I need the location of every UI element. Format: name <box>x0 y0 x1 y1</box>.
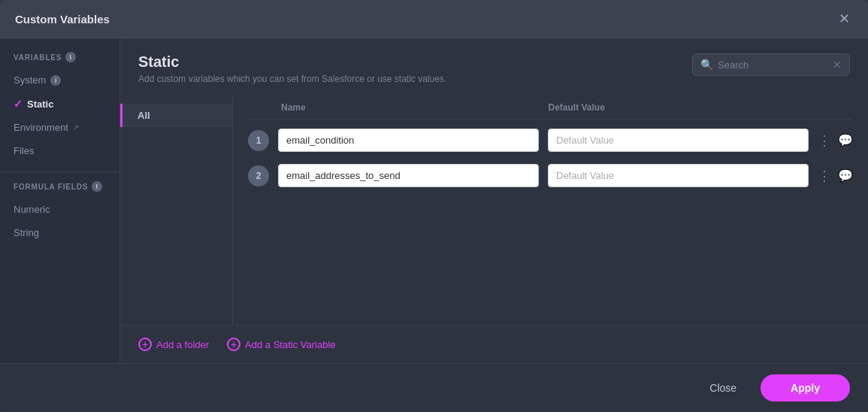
row-1-actions: ⋮ 💬 <box>818 132 853 149</box>
environment-external-link-icon: ↗ <box>73 123 79 132</box>
content-header: Static Add custom variables which you ca… <box>120 38 868 95</box>
add-static-variable-plus-icon: + <box>227 338 240 351</box>
search-clear-icon[interactable]: ✕ <box>833 59 842 71</box>
modal-close-icon[interactable]: ✕ <box>836 11 853 27</box>
environment-label: Environment <box>14 122 68 133</box>
row-1-fields <box>278 129 809 152</box>
add-folder-link[interactable]: + Add a folder <box>138 338 209 351</box>
string-label: String <box>14 227 39 238</box>
variables-info-icon[interactable]: i <box>65 52 76 62</box>
add-links-area: + Add a folder + Add a Static Variable <box>120 325 868 363</box>
modal-header: Custom Variables ✕ <box>0 0 868 38</box>
table-header: Name Default Value <box>248 102 853 120</box>
sidebar-item-numeric[interactable]: Numeric <box>0 198 119 221</box>
files-label: Files <box>14 145 34 156</box>
system-info-icon[interactable]: i <box>50 75 61 86</box>
modal-overlay: Custom Variables ✕ VARIABLES i System i … <box>0 0 868 412</box>
row-1-name-input[interactable] <box>278 129 539 152</box>
variables-area: All Name Default Value 1 <box>120 95 868 325</box>
row-2-fields <box>278 164 809 187</box>
static-checkmark-icon: ✓ <box>14 98 23 110</box>
sidebar-item-files[interactable]: Files <box>0 139 119 162</box>
row-1-comment-icon[interactable]: 💬 <box>838 133 853 147</box>
row-number-1: 1 <box>248 130 269 151</box>
default-value-header: Default Value <box>549 102 807 113</box>
row-2-more-options-icon[interactable]: ⋮ <box>818 168 832 184</box>
apply-button[interactable]: Apply <box>761 374 850 401</box>
sidebar-item-system[interactable]: System i <box>0 68 119 92</box>
row-1-default-value-input[interactable] <box>548 129 809 152</box>
add-static-variable-label: Add a Static Variable <box>245 339 335 350</box>
sidebar-item-environment[interactable]: Environment ↗ <box>0 116 119 139</box>
sidebar-item-string[interactable]: String <box>0 221 119 244</box>
content-subtitle: Add custom variables which you can set f… <box>138 74 446 84</box>
add-folder-plus-icon: + <box>138 338 152 351</box>
row-number-2: 2 <box>248 165 269 186</box>
row-2-comment-icon[interactable]: 💬 <box>838 168 853 183</box>
formula-fields-section-label: FORMULA FIELDS i <box>0 181 119 198</box>
table-row: 1 ⋮ 💬 <box>248 123 853 158</box>
numeric-label: Numeric <box>14 204 50 215</box>
row-2-actions: ⋮ 💬 <box>818 168 853 184</box>
row-2-name-input[interactable] <box>278 164 539 187</box>
sidebar: VARIABLES i System i ✓ Static Environmen… <box>0 38 120 363</box>
search-input[interactable] <box>718 59 828 71</box>
close-button[interactable]: Close <box>694 374 752 401</box>
formula-fields-info-icon[interactable]: i <box>92 181 102 192</box>
folder-item-all[interactable]: All <box>120 104 232 127</box>
search-icon: 🔍 <box>700 59 713 71</box>
content-title: Static <box>138 53 446 71</box>
table-row: 2 ⋮ 💬 <box>248 158 853 193</box>
content-title-group: Static Add custom variables which you ca… <box>138 53 446 84</box>
variables-table: Name Default Value 1 ⋮ <box>233 95 868 325</box>
row-2-default-value-input[interactable] <box>548 164 809 187</box>
modal-title: Custom Variables <box>15 13 110 26</box>
modal: Custom Variables ✕ VARIABLES i System i … <box>0 0 868 412</box>
row-1-more-options-icon[interactable]: ⋮ <box>818 132 832 149</box>
sidebar-item-static[interactable]: ✓ Static <box>0 92 119 116</box>
modal-footer: Close Apply <box>0 363 868 412</box>
modal-body: VARIABLES i System i ✓ Static Environmen… <box>0 38 868 363</box>
name-header: Name <box>281 102 540 113</box>
add-folder-label: Add a folder <box>156 339 209 350</box>
add-static-variable-link[interactable]: + Add a Static Variable <box>227 338 335 351</box>
folder-panel: All <box>120 95 233 325</box>
static-label: Static <box>27 98 53 110</box>
main-content: Static Add custom variables which you ca… <box>120 38 868 363</box>
sidebar-divider <box>0 171 119 172</box>
search-box: 🔍 ✕ <box>692 53 850 76</box>
system-label: System <box>14 74 46 86</box>
variables-section-label: VARIABLES i <box>0 52 119 68</box>
